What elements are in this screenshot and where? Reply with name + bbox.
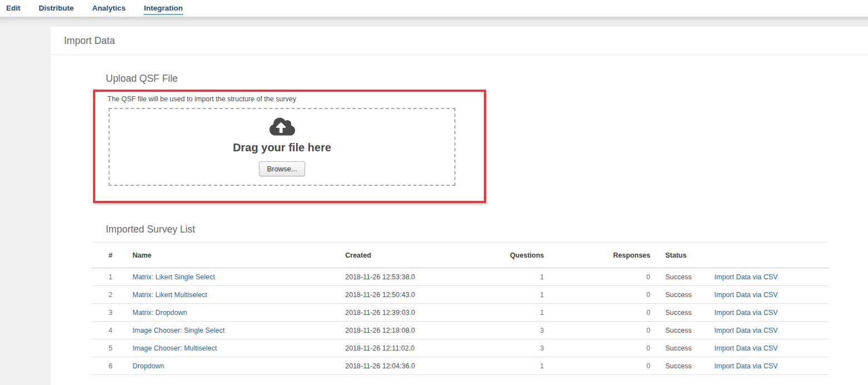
nav-tab-distribute[interactable]: Distribute bbox=[38, 2, 75, 15]
questions-cell: 3 bbox=[501, 339, 544, 357]
survey-name-link[interactable]: Matrix: Likert Single Select bbox=[133, 273, 215, 281]
survey-name-link[interactable]: Matrix: Dropdown bbox=[133, 309, 187, 317]
column-header-number: # bbox=[92, 243, 133, 268]
row-number: 2 bbox=[92, 286, 133, 304]
row-number: 5 bbox=[92, 339, 133, 357]
survey-name-link[interactable]: Matrix: Likert Multiselect bbox=[133, 291, 207, 299]
page-title: Import Data bbox=[64, 35, 115, 46]
responses-cell: 0 bbox=[544, 304, 650, 322]
table-row: 6Dropdown2018-11-26 12:04:36.010SuccessI… bbox=[92, 357, 829, 375]
survey-list-heading: Imported Survey List bbox=[106, 224, 868, 235]
responses-cell: 0 bbox=[544, 322, 650, 339]
import-csv-link-cell: Import Data via CSV bbox=[714, 286, 829, 304]
column-header-actions bbox=[714, 243, 829, 268]
top-navigation: EditDistributeAnalyticsIntegration bbox=[0, 0, 868, 17]
survey-name-link-cell: Image Chooser: Multiselect bbox=[133, 339, 345, 357]
survey-name-link[interactable]: Image Chooser: Multiselect bbox=[133, 344, 217, 352]
import-csv-link-cell: Import Data via CSV bbox=[714, 339, 829, 357]
import-csv-link[interactable]: Import Data via CSV bbox=[714, 344, 778, 352]
column-header-responses: Responses bbox=[544, 243, 650, 268]
survey-name-link-cell: Matrix: Likert Multiselect bbox=[133, 286, 345, 304]
import-csv-link[interactable]: Import Data via CSV bbox=[714, 327, 778, 334]
survey-name-link[interactable]: Image Chooser: Single Select bbox=[133, 327, 224, 334]
file-dropzone[interactable]: Drag your file here Browse... bbox=[109, 108, 455, 186]
row-number: 6 bbox=[92, 357, 133, 375]
nav-tab-integration[interactable]: Integration bbox=[144, 2, 184, 15]
survey-name-link-cell: Matrix: Likert Single Select bbox=[133, 268, 345, 286]
status-cell: Success bbox=[650, 286, 714, 304]
created-cell: 2018-11-26 12:39:03.0 bbox=[345, 304, 501, 322]
import-csv-link-cell: Import Data via CSV bbox=[714, 304, 829, 322]
import-csv-link[interactable]: Import Data via CSV bbox=[714, 291, 778, 299]
created-cell: 2018-11-26 12:04:36.0 bbox=[345, 357, 501, 375]
import-csv-link-cell: Import Data via CSV bbox=[714, 268, 829, 286]
annotation-highlight-box: The QSF file will be used to import the … bbox=[93, 90, 486, 203]
status-cell: Success bbox=[650, 339, 714, 357]
column-header-created: Created bbox=[345, 243, 501, 268]
imported-survey-table: # Name Created Questions Responses Statu… bbox=[92, 242, 829, 375]
nav-tab-analytics[interactable]: Analytics bbox=[92, 2, 126, 15]
table-row: 5Image Chooser: Multiselect2018-11-26 12… bbox=[92, 339, 829, 357]
row-number: 1 bbox=[92, 268, 133, 286]
status-cell: Success bbox=[650, 304, 714, 322]
table-row: 2Matrix: Likert Multiselect2018-11-26 12… bbox=[92, 286, 829, 304]
survey-name-link-cell: Matrix: Dropdown bbox=[133, 304, 345, 322]
import-csv-link-cell: Import Data via CSV bbox=[714, 322, 829, 339]
column-header-status: Status bbox=[650, 243, 714, 268]
table-row: 1Matrix: Likert Single Select2018-11-26 … bbox=[92, 268, 829, 286]
questions-cell: 1 bbox=[501, 286, 544, 304]
created-cell: 2018-11-26 12:11:02.0 bbox=[345, 339, 501, 357]
content-panel: Import Data Upload QSF File The QSF file… bbox=[51, 27, 868, 385]
upload-description: The QSF file will be used to import the … bbox=[107, 95, 484, 103]
responses-cell: 0 bbox=[544, 286, 650, 304]
questions-cell: 1 bbox=[501, 268, 544, 286]
table-row: 4Image Chooser: Single Select2018-11-26 … bbox=[92, 322, 829, 339]
responses-cell: 0 bbox=[544, 268, 650, 286]
table-header-row: # Name Created Questions Responses Statu… bbox=[92, 243, 829, 268]
nav-shadow bbox=[0, 17, 868, 27]
upload-section-heading: Upload QSF File bbox=[106, 73, 868, 85]
status-cell: Success bbox=[650, 357, 714, 375]
questions-cell: 3 bbox=[501, 322, 544, 339]
created-cell: 2018-11-26 12:18:08.0 bbox=[345, 322, 501, 339]
status-cell: Success bbox=[650, 322, 714, 339]
cloud-upload-icon bbox=[269, 116, 295, 137]
created-cell: 2018-11-26 12:50:43.0 bbox=[345, 286, 501, 304]
column-header-name: Name bbox=[133, 243, 345, 268]
survey-name-link-cell: Dropdown bbox=[133, 357, 345, 375]
row-number: 4 bbox=[92, 322, 133, 339]
status-cell: Success bbox=[650, 268, 714, 286]
table-row: 3Matrix: Dropdown2018-11-26 12:39:03.010… bbox=[92, 304, 829, 322]
import-csv-link-cell: Import Data via CSV bbox=[714, 357, 829, 375]
import-csv-link[interactable]: Import Data via CSV bbox=[714, 273, 778, 281]
nav-tab-edit[interactable]: Edit bbox=[6, 2, 21, 15]
dropzone-label: Drag your file here bbox=[110, 141, 454, 154]
row-number: 3 bbox=[92, 304, 133, 322]
survey-name-link-cell: Image Chooser: Single Select bbox=[133, 322, 345, 339]
questions-cell: 1 bbox=[501, 357, 544, 375]
responses-cell: 0 bbox=[544, 357, 650, 375]
column-header-questions: Questions bbox=[501, 243, 544, 268]
browse-button[interactable]: Browse... bbox=[259, 161, 305, 176]
import-csv-link[interactable]: Import Data via CSV bbox=[714, 309, 778, 317]
created-cell: 2018-11-26 12:53:38.0 bbox=[345, 268, 501, 286]
responses-cell: 0 bbox=[544, 339, 650, 357]
survey-name-link[interactable]: Dropdown bbox=[133, 362, 164, 370]
page-header: Import Data bbox=[51, 27, 868, 55]
import-csv-link[interactable]: Import Data via CSV bbox=[714, 362, 778, 370]
questions-cell: 1 bbox=[501, 304, 544, 322]
